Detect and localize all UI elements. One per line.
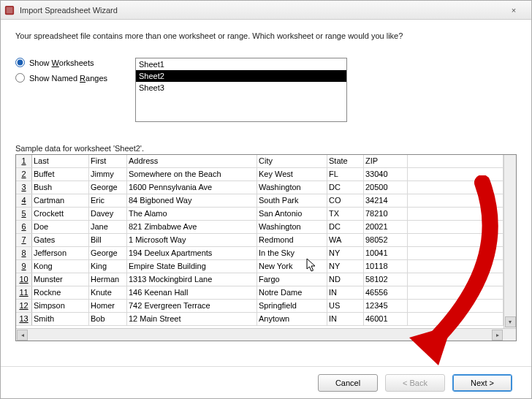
- cell: Doe: [32, 221, 89, 233]
- radio-worksheets-label: Show Worksheets: [29, 58, 94, 67]
- radio-named-input[interactable]: [15, 73, 25, 83]
- intro-text: Your spreadsheet file contains more than…: [15, 31, 517, 40]
- titlebar: Import Spreadsheet Wizard ×: [1, 1, 531, 20]
- cell: 20500: [364, 181, 408, 194]
- cell: 12 Main Street: [127, 313, 257, 325]
- row-number: 8: [16, 247, 32, 259]
- cell: New York: [257, 260, 327, 273]
- app-icon: [4, 4, 15, 16]
- cell: CO: [327, 194, 364, 207]
- cell: Notre Dame: [257, 286, 327, 299]
- cell: 1 Microsoft Way: [127, 234, 257, 246]
- row-number: 7: [16, 234, 32, 246]
- cell: Munster: [32, 273, 89, 286]
- sheet-item[interactable]: Sheet3: [136, 82, 346, 94]
- scroll-down-icon[interactable]: ▾: [505, 316, 516, 327]
- table-row: 7GatesBill1 Microsoft WayRedmondWA98052: [16, 234, 503, 247]
- row-number: 2: [16, 168, 32, 180]
- wizard-window: Import Spreadsheet Wizard × Your spreads…: [0, 0, 532, 399]
- cell: George: [89, 181, 127, 194]
- cell: San Antonio: [257, 208, 327, 220]
- cell: Jefferson: [32, 247, 89, 259]
- row-number: 12: [16, 300, 32, 312]
- cell: Washington: [257, 221, 327, 233]
- cell: Redmond: [257, 234, 327, 246]
- table-row: 11RockneKnute146 Keenan HallNotre DameIN…: [16, 286, 503, 300]
- cell: Jane: [89, 221, 127, 233]
- cell: South Park: [257, 194, 327, 207]
- cell: 84 Bigboned Way: [127, 194, 257, 207]
- table-row: 6DoeJane821 Zimbabwe AveWashingtonDC2002…: [16, 221, 503, 234]
- cell: 146 Keenan Hall: [127, 286, 257, 299]
- data-grid: 1LastFirstAddressCityStateZIP2BuffetJimm…: [15, 154, 517, 341]
- svg-rect-1: [7, 7, 13, 13]
- horizontal-scrollbar[interactable]: ◂ ▸: [16, 328, 516, 341]
- close-button[interactable]: ×: [499, 3, 528, 18]
- cell: Simpson: [32, 300, 89, 312]
- sheet-listbox[interactable]: Sheet1 Sheet2 Sheet3: [135, 58, 347, 122]
- grid-rows: 1LastFirstAddressCityStateZIP2BuffetJimm…: [16, 155, 503, 328]
- cell: Crockett: [32, 208, 89, 220]
- show-named-ranges-radio[interactable]: Show Named Ranges: [15, 73, 118, 83]
- radio-worksheets-input[interactable]: [15, 58, 25, 67]
- cell: IN: [327, 286, 364, 299]
- table-row: 10MunsterHerman1313 Mockingbird LaneFarg…: [16, 273, 503, 286]
- cell: In the Sky: [257, 247, 327, 259]
- table-row: 9KongKingEmpire State BuildingNew YorkNY…: [16, 260, 503, 273]
- table-row: 1LastFirstAddressCityStateZIP: [16, 155, 503, 168]
- cell: Key West: [257, 168, 327, 180]
- cell: First: [89, 155, 127, 167]
- cell: 12345: [364, 300, 408, 312]
- cell: US: [327, 300, 364, 312]
- sheet-item[interactable]: Sheet2: [136, 70, 346, 82]
- scroll-left-icon[interactable]: ◂: [17, 330, 28, 341]
- sample-data-label: Sample data for worksheet 'Sheet2'.: [15, 144, 517, 153]
- cell: City: [257, 155, 327, 167]
- sheet-item[interactable]: Sheet1: [136, 58, 346, 70]
- vertical-scrollbar[interactable]: ▾: [503, 155, 516, 328]
- cell: Herman: [89, 273, 127, 286]
- table-row: 4CartmanEric84 Bigboned WaySouth ParkCO3…: [16, 194, 503, 208]
- row-number: 9: [16, 260, 32, 273]
- cell: FL: [327, 168, 364, 180]
- cell: DC: [327, 181, 364, 194]
- cell: DC: [327, 221, 364, 233]
- window-title: Import Spreadsheet Wizard: [20, 6, 499, 15]
- cell: 78210: [364, 208, 408, 220]
- cancel-button[interactable]: Cancel: [318, 374, 378, 392]
- row-number: 10: [16, 273, 32, 286]
- cell: 46001: [364, 313, 408, 325]
- cell: Anytown: [257, 313, 327, 325]
- scroll-right-icon[interactable]: ▸: [492, 330, 503, 341]
- back-button[interactable]: < Back: [385, 374, 445, 392]
- cell: Eric: [89, 194, 127, 207]
- cell: The Alamo: [127, 208, 257, 220]
- cell: King: [89, 260, 127, 273]
- cell: Bush: [32, 181, 89, 194]
- cell: Knute: [89, 286, 127, 299]
- cell: Buffet: [32, 168, 89, 180]
- cell: 821 Zimbabwe Ave: [127, 221, 257, 233]
- cell: Cartman: [32, 194, 89, 207]
- cell: Springfield: [257, 300, 327, 312]
- cell: Kong: [32, 260, 89, 273]
- cell: 33040: [364, 168, 408, 180]
- table-row: 3BushGeorge1600 Pennsylvania AveWashingt…: [16, 181, 503, 194]
- cell: Fargo: [257, 273, 327, 286]
- cell: 194 Deelux Apartments: [127, 247, 257, 259]
- next-button[interactable]: Next >: [452, 374, 512, 392]
- show-worksheets-radio[interactable]: Show Worksheets: [15, 58, 118, 67]
- radio-group: Show Worksheets Show Named Ranges: [15, 58, 118, 83]
- cell: IN: [327, 313, 364, 325]
- cell: Bill: [89, 234, 127, 246]
- cell: State: [327, 155, 364, 167]
- row-number: 3: [16, 181, 32, 194]
- cell: 46556: [364, 286, 408, 299]
- cell: 1313 Mockingbird Lane: [127, 273, 257, 286]
- row-number: 6: [16, 221, 32, 233]
- table-row: 5CrockettDaveyThe AlamoSan AntonioTX7821…: [16, 208, 503, 221]
- cell: 34214: [364, 194, 408, 207]
- row-number: 4: [16, 194, 32, 207]
- cell: Address: [127, 155, 257, 167]
- row-number: 1: [16, 155, 32, 167]
